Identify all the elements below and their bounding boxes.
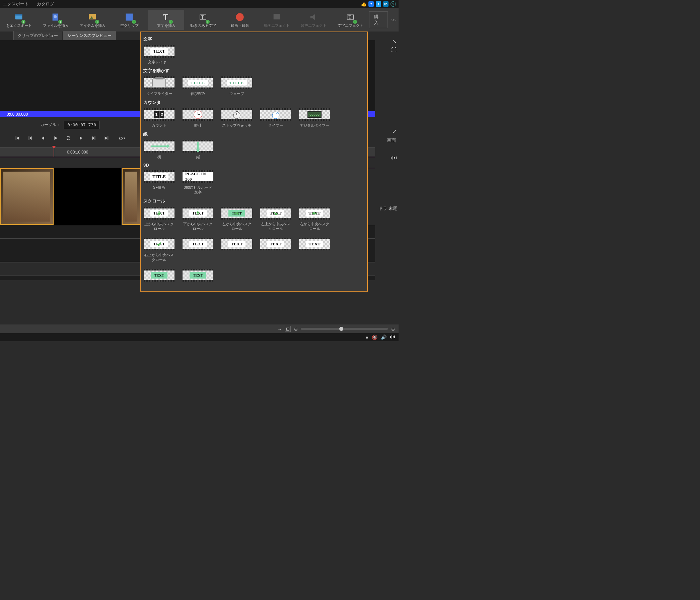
main-toolbar: + をエクスポート + ファイルを挿入 + アイテムを挿入 + 空クリップ T … bbox=[0, 8, 399, 31]
toolbar-empty-clip[interactable]: + 空クリップ bbox=[111, 10, 147, 30]
record-indicator-icon: ● bbox=[366, 335, 369, 340]
toolbar-text-effect[interactable]: T + 文字エフェクト bbox=[332, 10, 369, 30]
step-fwd-button[interactable] bbox=[76, 134, 86, 143]
panel-item[interactable]: TITLEウェーブ bbox=[221, 76, 253, 96]
clip-2[interactable] bbox=[54, 168, 121, 225]
buy-button[interactable]: 購入 bbox=[369, 11, 388, 28]
panel-item[interactable]: TEXT bbox=[299, 238, 330, 262]
fit-width-icon[interactable]: ↔ bbox=[277, 326, 283, 332]
equalizer-right-icon[interactable] bbox=[391, 155, 397, 162]
playhead[interactable] bbox=[54, 148, 54, 157]
panel-thumb bbox=[182, 108, 214, 121]
expand-se-icon[interactable]: ⤡ bbox=[392, 38, 397, 45]
menu-catalog[interactable]: カタログ bbox=[37, 1, 54, 7]
panel-item-label: SF映画 bbox=[153, 185, 165, 190]
panel-thumb: TEXT bbox=[260, 238, 291, 250]
plus-badge-icon: + bbox=[58, 20, 62, 24]
panel-item-label: 横 bbox=[157, 154, 161, 159]
toolbar-overflow-icon[interactable]: ››› bbox=[391, 17, 396, 22]
panel-item[interactable]: 横 bbox=[143, 140, 175, 159]
toolbar-insert-text[interactable]: T + 文字を挿入 bbox=[148, 10, 184, 30]
panel-item[interactable]: 00:00デジタルタイマー bbox=[299, 108, 330, 128]
panel-item[interactable]: 12カウント bbox=[143, 108, 175, 128]
panel-item[interactable]: TEXT右から中央へスクロール bbox=[299, 207, 330, 231]
clip-3[interactable] bbox=[122, 168, 141, 225]
panel-item[interactable]: TEXT下から中央へスクロール bbox=[182, 207, 214, 231]
equalizer-icon[interactable] bbox=[390, 335, 395, 340]
panel-item[interactable]: TEXT bbox=[143, 269, 175, 284]
panel-item[interactable]: 縦 bbox=[182, 140, 214, 159]
panel-thumb: TEXT bbox=[182, 269, 214, 282]
clip-1[interactable] bbox=[0, 168, 54, 225]
zoom-thumb[interactable] bbox=[339, 327, 343, 331]
panel-item[interactable]: TITLE伸び縮み bbox=[182, 76, 214, 96]
panel-item-label: デジタルタイマー bbox=[300, 123, 329, 128]
mute-indicator-icon[interactable]: 🔇 bbox=[372, 335, 377, 340]
speed-button[interactable]: ▾ bbox=[117, 134, 127, 143]
panel-item[interactable]: TITLESF映画 bbox=[143, 170, 175, 195]
toolbar-record[interactable]: 録画・録音 bbox=[222, 10, 258, 30]
panel-item-label: 左から中央へスクロール bbox=[221, 221, 253, 231]
next-frame-button[interactable] bbox=[89, 134, 99, 143]
help-icon[interactable]: ? bbox=[391, 1, 396, 7]
panel-item[interactable]: タイプライター bbox=[143, 76, 175, 96]
zoom-slider[interactable] bbox=[301, 328, 388, 330]
expand-icon[interactable]: ⤢ bbox=[392, 128, 397, 135]
panel-item-label: 文字レイヤー bbox=[148, 60, 170, 64]
tab-clip-preview[interactable]: クリップのプレビュー bbox=[14, 31, 62, 40]
panel-thumb bbox=[182, 140, 214, 152]
linkedin-icon[interactable]: in bbox=[383, 1, 389, 7]
panel-item[interactable]: TEXT bbox=[182, 269, 214, 284]
panel-section-title: 線 bbox=[143, 131, 365, 137]
skip-start-button[interactable] bbox=[12, 134, 23, 143]
panel-item-label: ストップウォッチ bbox=[222, 123, 252, 128]
toolbar-video-effect[interactable]: 動画エフェクト bbox=[258, 10, 295, 30]
panel-grid: 12カウント時計ストップウォッチタイマー00:00デジタルタイマー bbox=[143, 108, 365, 128]
panel-item[interactable]: TEXT bbox=[182, 238, 214, 262]
toolbar-export[interactable]: + をエクスポート bbox=[1, 10, 37, 30]
step-back-button[interactable] bbox=[38, 134, 48, 143]
cursor-label: カーソル： bbox=[40, 122, 60, 128]
video-effect-icon bbox=[271, 12, 282, 22]
panel-thumb: TEXT bbox=[144, 238, 175, 250]
panel-thumb: TITLE bbox=[144, 170, 175, 183]
prev-frame-button[interactable] bbox=[25, 134, 35, 143]
panel-item[interactable]: TEXT左から中央へスクロール bbox=[221, 207, 253, 231]
tab-sequence-preview[interactable]: シーケンスのプレビュー bbox=[63, 31, 116, 40]
skip-end-button[interactable] bbox=[101, 134, 112, 143]
panel-item[interactable]: TEXT bbox=[260, 238, 292, 262]
panel-item[interactable]: 時計 bbox=[182, 108, 214, 128]
panel-section-title: 文字 bbox=[143, 36, 365, 42]
toolbar-insert-file[interactable]: + ファイルを挿入 bbox=[38, 10, 74, 30]
cursor-time-field[interactable]: 0:00:07.730 bbox=[64, 121, 100, 129]
menu-export[interactable]: エクスポート bbox=[3, 1, 29, 7]
zoom-in-icon[interactable]: ⊕ bbox=[390, 326, 396, 332]
twitter-icon[interactable]: t bbox=[376, 1, 381, 7]
fit-icon[interactable]: ⊡ bbox=[285, 326, 291, 332]
panel-item[interactable]: TEXT左上から中央へスクロール bbox=[260, 207, 292, 231]
panel-item[interactable]: タイマー bbox=[260, 108, 292, 128]
panel-item-label: 右上から中央へスクロール bbox=[143, 253, 175, 262]
panel-item[interactable]: TEXT上から中央へスクロール bbox=[143, 207, 175, 231]
zoom-out-icon[interactable]: ⊖ bbox=[293, 326, 299, 332]
toolbar-empty-clip-label: 空クリップ bbox=[120, 23, 139, 28]
play-button[interactable] bbox=[50, 134, 61, 143]
panel-item[interactable]: ストップウォッチ bbox=[221, 108, 253, 128]
like-icon[interactable]: 👍 bbox=[361, 1, 367, 7]
loop-button[interactable] bbox=[63, 134, 74, 143]
expand-full-icon[interactable]: ⛶ bbox=[391, 47, 397, 53]
toolbar-video-effect-label: 動画エフェクト bbox=[264, 23, 290, 28]
panel-thumb: TEXT bbox=[260, 207, 291, 220]
panel-thumb: 12 bbox=[144, 108, 175, 121]
toolbar-audio-effect[interactable]: 音声エフェクト bbox=[295, 10, 331, 30]
toolbar-insert-item[interactable]: + アイテムを挿入 bbox=[74, 10, 110, 30]
panel-item[interactable]: TEXT bbox=[221, 238, 253, 262]
panel-grid: タイプライターTITLE伸び縮みTITLEウェーブ bbox=[143, 76, 365, 96]
toolbar-animated-text[interactable]: T + 動きのある文字 bbox=[185, 10, 221, 30]
panel-item[interactable]: TEXT右上から中央へスクロール bbox=[143, 238, 175, 262]
volume-icon[interactable]: 🔊 bbox=[381, 335, 386, 340]
panel-item[interactable]: TEXT文字レイヤー bbox=[143, 45, 175, 64]
panel-thumb: TEXT bbox=[221, 207, 252, 220]
panel-item[interactable]: PLACE IN 360360度ビルボード文字 bbox=[182, 170, 214, 195]
facebook-icon[interactable]: f bbox=[369, 1, 374, 7]
